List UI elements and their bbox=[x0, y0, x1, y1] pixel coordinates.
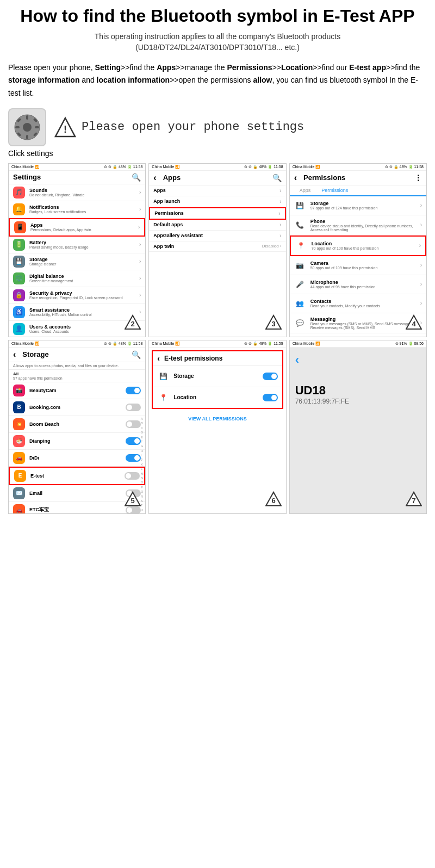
search-icon-4[interactable]: 🔍 bbox=[132, 350, 141, 359]
svg-rect-3 bbox=[26, 135, 28, 139]
booking-icon: B bbox=[13, 401, 25, 413]
storage-item[interactable]: 💾 Storage Storage cleaner › bbox=[9, 253, 145, 270]
booking-toggle[interactable] bbox=[126, 404, 141, 411]
back-arrow-6[interactable]: ‹ bbox=[295, 353, 421, 367]
tab-apps[interactable]: Apps bbox=[294, 185, 316, 195]
didi-toggle[interactable] bbox=[126, 454, 141, 462]
location-perm-toggle[interactable] bbox=[263, 394, 278, 401]
status-bar-4: China Mobile 📶 ⊙ ⊙ 🔒 48% 🔋 11:58 bbox=[9, 340, 145, 348]
apps-icon: 📱 bbox=[14, 221, 26, 233]
screen5-etest-perm: China Mobile 📶 ⊙ ⊙ 🔒 48% 🔋 11:59 ‹ E-tes… bbox=[148, 340, 286, 514]
storage-perm-label: Storage bbox=[173, 373, 262, 379]
didi-item[interactable]: 🚗 DiDi bbox=[9, 450, 145, 467]
location-toggle-row[interactable]: 📍 Location bbox=[153, 387, 282, 408]
calllogs-perm-icon: 📋 bbox=[294, 337, 306, 337]
svg-text:3: 3 bbox=[271, 320, 275, 328]
beautycam-toggle[interactable] bbox=[126, 387, 141, 394]
screenshots-row1: China Mobile 📶 ⊙ ⊙ 🔒 48% 🔋 11:58 Setting… bbox=[8, 163, 427, 337]
storage-perm-toggle[interactable] bbox=[263, 373, 278, 380]
location-perm-icon: 📍 bbox=[295, 240, 307, 252]
phone-perm-icon: 📞 bbox=[294, 219, 306, 231]
storage-icon-5: 💾 bbox=[157, 370, 169, 382]
storage-toggle-row[interactable]: 💾 Storage bbox=[153, 366, 282, 387]
back-arrow-icon[interactable]: ‹ bbox=[153, 173, 156, 183]
svg-text:!: ! bbox=[64, 124, 67, 135]
beautycam-item[interactable]: 📸 BeautyCam bbox=[9, 382, 145, 399]
messaging-perm-icon: 💬 bbox=[294, 317, 306, 329]
apps-label: Apps bbox=[30, 222, 138, 228]
view-all-permissions-btn[interactable]: VIEW ALL PERMISSIONS bbox=[149, 412, 285, 426]
time-5: ⊙ ⊙ 🔒 48% 🔋 11:59 bbox=[244, 342, 283, 346]
time-1: ⊙ ⊙ 🔒 48% 🔋 11:58 bbox=[104, 165, 142, 169]
etest-icon: E bbox=[14, 470, 26, 482]
carrier-5: China Mobile 📶 bbox=[152, 342, 180, 346]
digital-balance-item[interactable]: ⚖️ Digital balance Screen time managemen… bbox=[9, 270, 145, 287]
storage-perm[interactable]: 💾 Storage 97 apps out of 124 have this p… bbox=[290, 196, 426, 215]
settings-header: Settings 🔍 bbox=[9, 171, 145, 184]
carrier-1: China Mobile 📶 bbox=[11, 165, 40, 169]
time-2: ⊙ ⊙ 🔒 48% 🔋 11:58 bbox=[244, 165, 283, 169]
svg-point-1 bbox=[23, 123, 32, 132]
mic-perm[interactable]: 🎤 Microphone 44 apps out of 95 have this… bbox=[290, 275, 426, 294]
device-info-screen: ‹ UD18 76:01:13:99:7F:FE bbox=[290, 348, 426, 514]
permissions-item[interactable]: Permissions › bbox=[149, 207, 285, 220]
carrier-3: China Mobile 📶 bbox=[293, 165, 321, 169]
contacts-perm[interactable]: 👥 Contacts Read your contacts, Modify yo… bbox=[290, 294, 426, 313]
phone-perm[interactable]: 📞 Phone Read device status and identity,… bbox=[290, 215, 426, 235]
more-options-icon[interactable]: ⋮ bbox=[414, 173, 422, 182]
app-twin-item[interactable]: App twin Disabled › bbox=[149, 241, 285, 252]
etest-perm-title: E-test permissions bbox=[164, 355, 222, 362]
tab-permissions[interactable]: Permissions bbox=[316, 185, 353, 196]
storage-icon: 💾 bbox=[13, 256, 25, 268]
search-icon[interactable]: 🔍 bbox=[132, 173, 141, 182]
search-icon-2[interactable]: 🔍 bbox=[272, 173, 282, 182]
etc-icon: 🚗 bbox=[13, 504, 25, 514]
apps-item[interactable]: 📱 Apps Permissions, Default apps, App tw… bbox=[9, 218, 145, 237]
location-perm[interactable]: 📍 Location 70 apps out of 100 have this … bbox=[290, 235, 426, 256]
sounds-item[interactable]: 🎵 Sounds Do not disturb, Ringtone, Vibra… bbox=[9, 184, 145, 201]
dianping-item[interactable]: 🍜 Dianping bbox=[9, 433, 145, 450]
step-num-6: 7 bbox=[406, 491, 422, 509]
device-name: UD18 bbox=[295, 383, 421, 398]
etest-storage-item[interactable]: E E-test bbox=[9, 467, 145, 485]
status-bar-1: China Mobile 📶 ⊙ ⊙ 🔒 48% 🔋 11:58 bbox=[9, 164, 145, 171]
dianping-toggle[interactable] bbox=[126, 437, 141, 445]
screen4-storage: China Mobile 📶 ⊙ ⊙ 🔒 48% 🔋 11:58 ‹ Stora… bbox=[8, 340, 146, 514]
storage-title: Storage bbox=[22, 350, 48, 358]
booking-item[interactable]: B Booking.com bbox=[9, 399, 145, 416]
status-bar-5: China Mobile 📶 ⊙ ⊙ 🔒 48% 🔋 11:59 bbox=[149, 340, 285, 348]
status-bar-3: China Mobile 📶 ⊙ ⊙ 🔒 48% 🔋 11:58 bbox=[290, 164, 426, 171]
notifications-icon: 🔔 bbox=[13, 203, 25, 215]
battery-item[interactable]: 🔋 Battery Power saving mode, Battery usa… bbox=[9, 237, 145, 253]
calllogs-perm[interactable]: 📋 Call logs Read call log, Modify call l… bbox=[290, 333, 426, 337]
appgallery-item[interactable]: AppGallery Assistant › bbox=[149, 231, 285, 241]
sounds-icon: 🎵 bbox=[13, 187, 25, 199]
camera-perm[interactable]: 📷 Camera 50 apps out of 109 have this pe… bbox=[290, 256, 426, 275]
status-bar-6: China Mobile 📶 ⊙ 91% 🔋 08:56 bbox=[290, 340, 426, 348]
etest-toggle[interactable] bbox=[125, 472, 140, 480]
apps-subitem[interactable]: Apps › bbox=[149, 185, 285, 196]
storage-perm-icon: 💾 bbox=[294, 200, 306, 212]
security-item[interactable]: 🔒 Security & privacy Face recognition, F… bbox=[9, 287, 145, 304]
security-icon: 🔒 bbox=[13, 289, 25, 301]
settings-title: Settings bbox=[13, 173, 41, 181]
digital-balance-icon: ⚖️ bbox=[13, 272, 25, 284]
storage-desc: Allows apps to access photos, media, and… bbox=[9, 362, 145, 370]
warning-triangle-icon: ! bbox=[54, 116, 76, 138]
boombeach-label: Boom Beach bbox=[29, 421, 126, 427]
boombeach-item[interactable]: 💥 Boom Beach bbox=[9, 416, 145, 433]
boombeach-toggle[interactable] bbox=[126, 420, 141, 428]
back-arrow-icon-3[interactable]: ‹ bbox=[294, 173, 297, 183]
step-num-1: 2 bbox=[125, 314, 141, 332]
default-apps-item[interactable]: Default apps › bbox=[149, 220, 285, 231]
camera-perm-icon: 📷 bbox=[294, 259, 306, 271]
notifications-item[interactable]: 🔔 Notifications Badges, Lock screen noti… bbox=[9, 201, 145, 218]
screen6-device: China Mobile 📶 ⊙ 91% 🔋 08:56 ‹ UD18 76:0… bbox=[289, 340, 427, 514]
app-launch-item[interactable]: App launch › bbox=[149, 196, 285, 207]
back-arrow-5[interactable]: ‹ bbox=[157, 354, 160, 363]
svg-text:4: 4 bbox=[412, 320, 416, 328]
step-num-3: 4 bbox=[406, 314, 422, 332]
back-arrow-4[interactable]: ‹ bbox=[13, 350, 16, 359]
permissions-header: ‹ Permissions ⋮ bbox=[290, 171, 426, 185]
mic-perm-icon: 🎤 bbox=[294, 278, 306, 290]
